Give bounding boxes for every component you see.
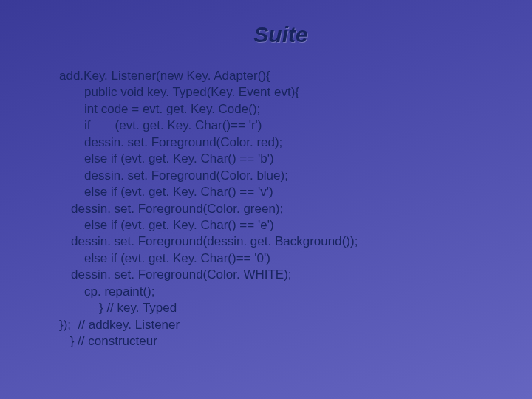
code-line: }); // addkey. Listener (59, 317, 502, 333)
code-line: dessin. set. Foreground(Color. WHITE); (59, 267, 502, 283)
code-line: dessin. set. Foreground(dessin. get. Bac… (59, 233, 502, 250)
code-line: if (evt. get. Key. Char()== 'r') (59, 117, 502, 134)
code-line: else if (evt. get. Key. Char()== '0') (59, 250, 502, 267)
code-line: cp. repaint(); (59, 284, 502, 300)
code-line: else if (evt. get. Key. Char() == 'e') (59, 217, 502, 233)
code-line: else if (evt. get. Key. Char() == 'v') (59, 184, 502, 200)
slide-title: Suite (59, 22, 502, 47)
code-block: add.Key. Listener(new Key. Adapter(){ pu… (59, 68, 502, 349)
code-line: } // constructeur (59, 333, 502, 349)
code-line: dessin. set. Foreground(Color. red); (59, 134, 502, 151)
code-line: public void key. Typed(Key. Event evt){ (59, 84, 502, 100)
code-line: add.Key. Listener(new Key. Adapter(){ (59, 68, 502, 84)
code-line: else if (evt. get. Key. Char() == 'b') (59, 151, 502, 167)
code-line: int code = evt. get. Key. Code(); (59, 101, 502, 117)
code-line: dessin. set. Foreground(Color. green); (59, 201, 502, 217)
code-line: dessin. set. Foreground(Color. blue); (59, 168, 502, 184)
slide: Suite add.Key. Listener(new Key. Adapter… (0, 0, 532, 349)
code-line: } // key. Typed (59, 300, 502, 316)
